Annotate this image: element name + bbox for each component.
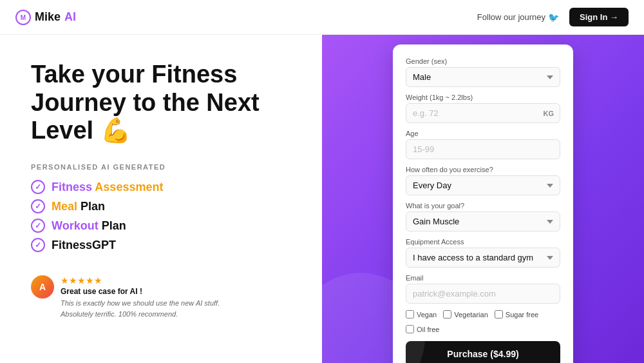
oil-free-input[interactable] bbox=[406, 325, 414, 333]
goal-row: What is your goal? Gain Muscle Lose Weig… bbox=[406, 202, 560, 231]
list-item: ✓ FitnessGPT bbox=[31, 238, 291, 252]
logo: M MikeAI bbox=[15, 10, 76, 25]
checkboxes-row: Vegan Vegetarian Sugar free Oil free bbox=[406, 310, 560, 333]
sign-in-button[interactable]: Sign In → bbox=[569, 8, 629, 26]
review-content: ★★★★★ Great use case for AI ! This is ex… bbox=[61, 275, 220, 319]
weight-label: Weight (1kg ~ 2.2lbs) bbox=[406, 93, 560, 101]
logo-icon: M bbox=[15, 10, 31, 25]
list-item: ✓ Fitness Assessment bbox=[31, 180, 291, 194]
age-label: Age bbox=[406, 130, 560, 137]
form-card: Gender (sex) Male Female Weight (1kg ~ 2… bbox=[393, 44, 573, 363]
hero-title: Take your Fitness Journey to the Next Le… bbox=[31, 61, 291, 145]
weight-row: Weight (1kg ~ 2.2lbs) KG bbox=[406, 93, 560, 123]
check-icon: ✓ bbox=[31, 180, 45, 194]
goal-label: What is your goal? bbox=[406, 202, 560, 210]
kg-label: KG bbox=[544, 110, 554, 117]
list-item: ✓ Meal Plan bbox=[31, 199, 291, 213]
weight-input[interactable] bbox=[406, 103, 560, 123]
vegan-checkbox[interactable]: Vegan bbox=[406, 310, 437, 319]
vegan-input[interactable] bbox=[406, 310, 414, 319]
email-row: Email bbox=[406, 274, 560, 304]
exercise-row: How often do you exercise? Every Day 3-4… bbox=[406, 166, 560, 195]
logo-text: Mike bbox=[35, 10, 61, 24]
sugar-free-checkbox[interactable]: Sugar free bbox=[495, 310, 538, 319]
svg-text:M: M bbox=[21, 14, 26, 21]
gender-label: Gender (sex) bbox=[406, 57, 560, 65]
check-icon: ✓ bbox=[31, 238, 45, 252]
gender-row: Gender (sex) Male Female bbox=[406, 57, 560, 87]
avatar: A bbox=[31, 275, 54, 299]
vegetarian-checkbox[interactable]: Vegetarian bbox=[443, 310, 488, 319]
age-row: Age bbox=[406, 130, 560, 159]
email-input[interactable] bbox=[406, 284, 560, 304]
left-panel: Take your Fitness Journey to the Next Le… bbox=[0, 35, 322, 363]
promo-text: 👊 10x Meal Plan, 10x Workout Plan, 10xAs… bbox=[390, 35, 576, 35]
goal-select[interactable]: Gain Muscle Lose Weight Maintain Weight bbox=[406, 211, 560, 231]
list-item: ✓ Workout Plan bbox=[31, 219, 291, 233]
equipment-label: Equipment Access bbox=[406, 238, 560, 246]
review-text: This is exactly how we should use the ne… bbox=[61, 298, 220, 319]
logo-ai-text: AI bbox=[64, 10, 76, 24]
review-name: Great use case for AI ! bbox=[61, 287, 220, 296]
check-icon: ✓ bbox=[31, 199, 45, 213]
features-list: ✓ Fitness Assessment ✓ Meal Plan ✓ Worko… bbox=[31, 180, 291, 257]
exercise-select[interactable]: Every Day 3-4 times a week 1-2 times a w… bbox=[406, 175, 560, 195]
stars: ★★★★★ bbox=[61, 275, 220, 286]
header: M MikeAI Follow our journey 🐦 Sign In → bbox=[0, 0, 644, 35]
age-input[interactable] bbox=[406, 139, 560, 159]
email-label: Email bbox=[406, 274, 560, 282]
exercise-label: How often do you exercise? bbox=[406, 166, 560, 173]
twitter-icon: 🐦 bbox=[548, 12, 559, 23]
review: A ★★★★★ Great use case for AI ! This is … bbox=[31, 275, 291, 319]
follow-journey: Follow our journey 🐦 bbox=[477, 12, 559, 23]
vegetarian-input[interactable] bbox=[443, 310, 451, 319]
header-right: Follow our journey 🐦 Sign In → bbox=[477, 8, 629, 26]
promo-wrapper: 👊 10x Meal Plan, 10x Workout Plan, 10xAs… bbox=[390, 35, 576, 363]
sugar-free-input[interactable] bbox=[495, 310, 503, 319]
check-icon: ✓ bbox=[31, 219, 45, 233]
equipment-row: Equipment Access I have access to a stan… bbox=[406, 238, 560, 268]
gender-select[interactable]: Male Female bbox=[406, 67, 560, 87]
oil-free-checkbox[interactable]: Oil free bbox=[406, 325, 439, 333]
weight-input-wrap: KG bbox=[406, 103, 560, 123]
main-layout: Take your Fitness Journey to the Next Le… bbox=[0, 35, 644, 363]
right-panel: 👊 10x Meal Plan, 10x Workout Plan, 10xAs… bbox=[322, 35, 644, 363]
personalised-label: PERSONALISED AI GENERATED bbox=[31, 163, 291, 171]
equipment-select[interactable]: I have access to a standard gym Home equ… bbox=[406, 248, 560, 268]
purchase-button[interactable]: Purchase ($4.99) bbox=[406, 341, 560, 363]
